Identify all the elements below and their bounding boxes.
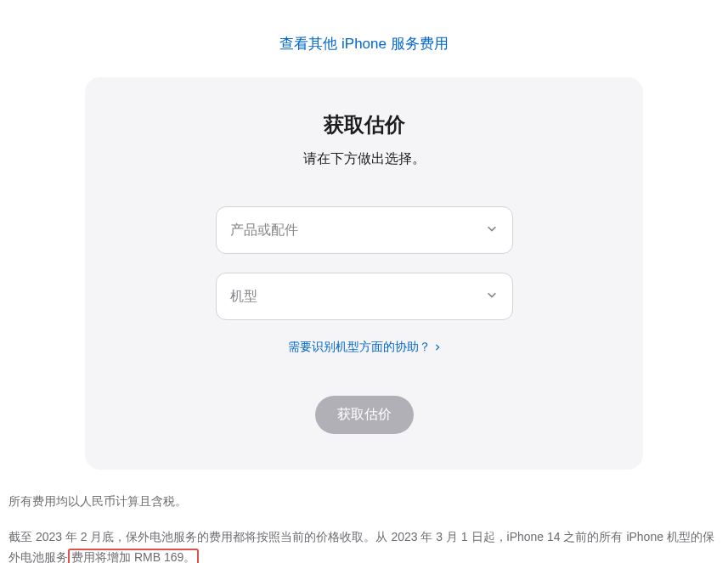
price-increase-highlight: 费用将增加 RMB 169。 bbox=[68, 549, 199, 563]
card-title: 获取估价 bbox=[102, 111, 626, 138]
card-subtitle: 请在下方做出选择。 bbox=[102, 150, 626, 168]
help-link-label: 需要识别机型方面的协助？ bbox=[288, 340, 431, 355]
get-estimate-button[interactable]: 获取估价 bbox=[315, 396, 414, 434]
footer-note-2: 截至 2023 年 2 月底，保外电池服务的费用都将按照当前的价格收取。从 20… bbox=[8, 527, 720, 563]
chevron-right-icon bbox=[434, 344, 441, 351]
other-services-link[interactable]: 查看其他 iPhone 服务费用 bbox=[8, 8, 720, 70]
product-select-wrapper: 产品或配件 bbox=[216, 206, 513, 254]
model-select[interactable]: 机型 bbox=[216, 273, 513, 320]
estimate-card: 获取估价 请在下方做出选择。 产品或配件 机型 需要识别机型方面的协助？ bbox=[85, 77, 643, 470]
model-select-wrapper: 机型 bbox=[216, 273, 513, 320]
footer-note-1: 所有费用均以人民币计算且含税。 bbox=[8, 492, 720, 512]
product-select[interactable]: 产品或配件 bbox=[216, 206, 513, 254]
identify-model-help-link[interactable]: 需要识别机型方面的协助？ bbox=[288, 340, 441, 355]
